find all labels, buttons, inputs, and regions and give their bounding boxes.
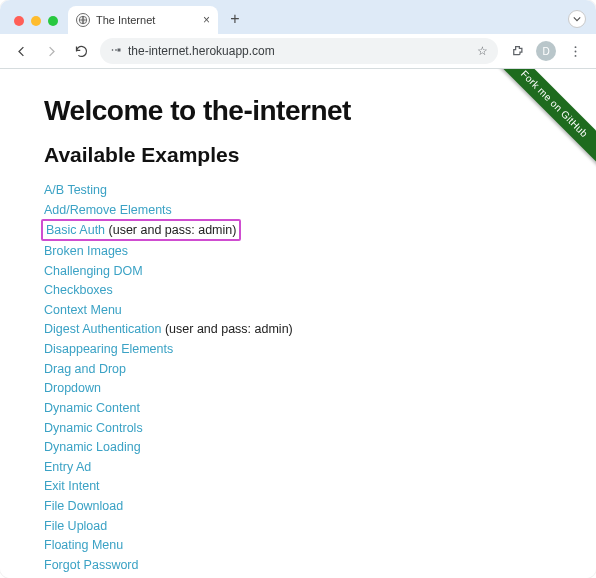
example-link[interactable]: Challenging DOM [44,264,143,278]
site-info-icon[interactable] [110,44,122,58]
example-link[interactable]: Broken Images [44,244,128,258]
example-link[interactable]: Dynamic Content [44,401,140,415]
tab-strip: The Internet × + [0,0,596,34]
list-item: Disappearing Elements [44,340,552,358]
window-close-button[interactable] [14,16,24,26]
list-item: Dropdown [44,379,552,397]
example-link[interactable]: Basic Auth [46,223,105,237]
list-item: File Upload [44,517,552,535]
list-item: Basic Auth (user and pass: admin) [44,220,552,240]
page-title: Welcome to the-internet [44,95,552,127]
list-item: Context Menu [44,301,552,319]
highlight-box: Basic Auth (user and pass: admin) [41,219,241,241]
list-item: Add/Remove Elements [44,201,552,219]
globe-icon [76,13,90,27]
browser-toolbar: the-internet.herokuapp.com ☆ D [0,34,596,68]
reload-button[interactable] [70,40,92,62]
extensions-icon[interactable] [506,40,528,62]
examples-list: A/B TestingAdd/Remove ElementsBasic Auth… [44,181,552,578]
example-suffix: (user and pass: admin) [105,223,236,237]
window-controls [10,16,68,34]
example-link[interactable]: Dynamic Loading [44,440,141,454]
example-link[interactable]: Checkboxes [44,283,113,297]
svg-point-4 [574,50,576,52]
example-suffix: (user and pass: admin) [161,322,292,336]
browser-chrome: The Internet × + the-internet.herokuapp.… [0,0,596,69]
svg-point-5 [574,54,576,56]
example-link[interactable]: Entry Ad [44,460,91,474]
example-link[interactable]: File Upload [44,519,107,533]
list-item: Forgot Password [44,556,552,574]
tabs-dropdown-button[interactable] [568,10,586,28]
example-link[interactable]: Dropdown [44,381,101,395]
svg-point-2 [116,50,117,51]
list-item: Dynamic Loading [44,438,552,456]
address-bar[interactable]: the-internet.herokuapp.com ☆ [100,38,498,64]
window-maximize-button[interactable] [48,16,58,26]
window-minimize-button[interactable] [31,16,41,26]
example-link[interactable]: Floating Menu [44,538,123,552]
example-link[interactable]: Dynamic Controls [44,421,143,435]
url-text: the-internet.herokuapp.com [128,44,275,58]
example-link[interactable]: Exit Intent [44,479,100,493]
close-tab-icon[interactable]: × [203,13,210,27]
example-link[interactable]: Disappearing Elements [44,342,173,356]
example-link[interactable]: File Download [44,499,123,513]
list-item: A/B Testing [44,181,552,199]
list-item: Drag and Drop [44,360,552,378]
example-link[interactable]: Drag and Drop [44,362,126,376]
forward-button[interactable] [40,40,62,62]
list-item: Floating Menu [44,536,552,554]
back-button[interactable] [10,40,32,62]
menu-icon[interactable] [564,40,586,62]
list-item: Entry Ad [44,458,552,476]
list-item: Digest Authentication (user and pass: ad… [44,320,552,338]
svg-point-3 [574,46,576,48]
list-item: Broken Images [44,242,552,260]
example-link[interactable]: Add/Remove Elements [44,203,172,217]
tab-title: The Internet [96,14,155,26]
list-item: File Download [44,497,552,515]
list-item: Dynamic Content [44,399,552,417]
list-item: Checkboxes [44,281,552,299]
list-item: Dynamic Controls [44,419,552,437]
example-link[interactable]: Digest Authentication [44,322,161,336]
bookmark-icon[interactable]: ☆ [477,44,488,58]
page-subtitle: Available Examples [44,143,552,167]
new-tab-button[interactable]: + [224,8,246,30]
browser-tab[interactable]: The Internet × [68,6,218,34]
svg-point-1 [112,50,113,51]
example-link[interactable]: Context Menu [44,303,122,317]
list-item: Exit Intent [44,477,552,495]
list-item: Challenging DOM [44,262,552,280]
page-viewport: Fork me on GitHub Welcome to the-interne… [0,69,596,578]
example-link[interactable]: A/B Testing [44,183,107,197]
page-content: Welcome to the-internet Available Exampl… [0,69,596,578]
profile-avatar[interactable]: D [536,41,556,61]
example-link[interactable]: Forgot Password [44,558,138,572]
